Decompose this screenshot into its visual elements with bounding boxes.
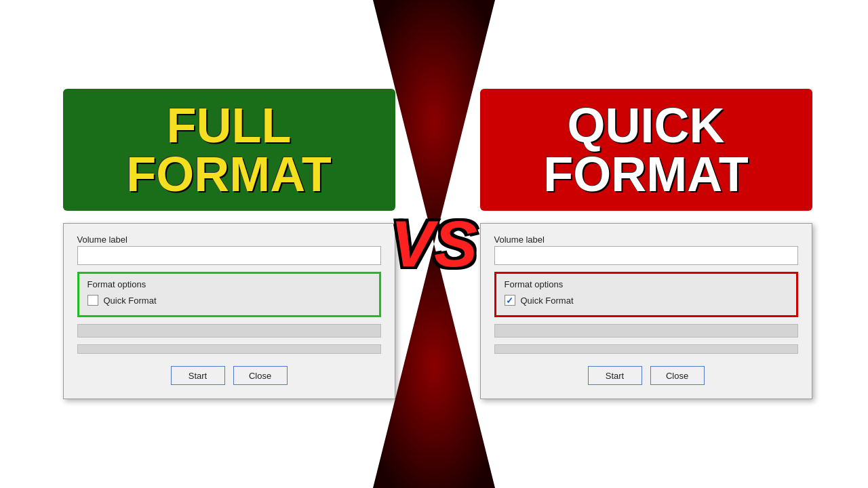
left-status-bar [77,344,381,354]
left-title-banner: FULL FORMAT [63,89,395,211]
left-panel: FULL FORMAT Volume label Format options … [63,89,395,399]
right-quick-format-checkbox[interactable] [505,295,515,306]
right-checkbox-row: Quick Format [505,295,788,306]
left-start-button[interactable]: Start [171,366,225,385]
left-title-text: FULL FORMAT [126,101,332,199]
left-quick-format-label: Quick Format [104,296,157,306]
svg-marker-1 [373,244,495,488]
left-dialog-buttons: Start Close [77,366,381,385]
left-quick-format-checkbox[interactable] [87,295,98,306]
vs-text: VS [391,211,477,277]
right-volume-input[interactable] [494,246,798,265]
right-panel: QUICK FORMAT Volume label Format options… [480,89,812,399]
left-close-button[interactable]: Close [233,366,288,385]
left-volume-input[interactable] [77,246,381,265]
right-start-button[interactable]: Start [588,366,642,385]
left-format-options-box: Format options Quick Format [77,272,381,317]
right-quick-format-label: Quick Format [521,296,574,306]
center-divider: VS [373,0,495,488]
right-title-text: QUICK FORMAT [543,101,749,199]
left-format-options-label: Format options [87,279,371,289]
left-dialog: Volume label Format options Quick Format… [63,223,395,399]
right-title-banner: QUICK FORMAT [480,89,812,211]
right-volume-label: Volume label [494,235,798,245]
left-checkbox-row: Quick Format [87,295,371,306]
right-dialog-buttons: Start Close [494,366,798,385]
left-volume-label: Volume label [77,235,381,245]
right-progress-bar [494,324,798,338]
right-status-bar [494,344,798,354]
right-format-options-label: Format options [505,279,788,289]
left-progress-bar [77,324,381,338]
right-close-button[interactable]: Close [650,366,705,385]
right-format-options-box: Format options Quick Format [494,272,798,317]
main-container: FULL FORMAT Volume label Format options … [0,0,868,488]
right-dialog: Volume label Format options Quick Format… [480,223,812,399]
